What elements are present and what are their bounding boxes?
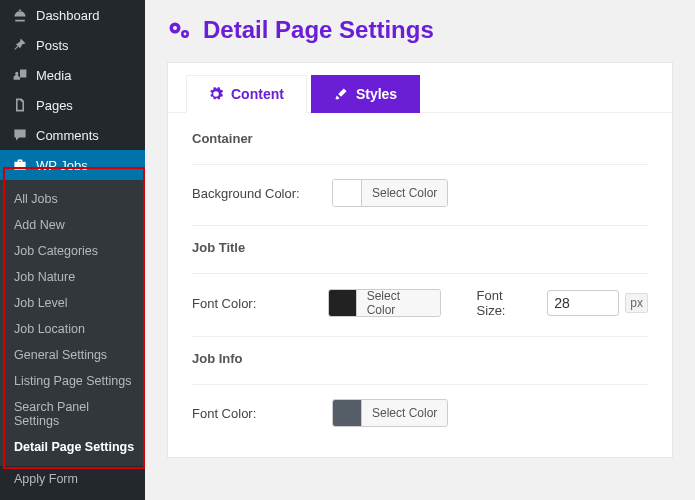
section-title-job-info: Job Info (192, 351, 648, 366)
settings-panel: Content Styles Container Background Colo… (167, 62, 673, 458)
label-background-color: Background Color: (192, 186, 332, 201)
pages-icon (10, 97, 30, 113)
sidebar-sub-job-level[interactable]: Job Level (0, 290, 145, 316)
select-color-button[interactable]: Select Color (362, 180, 447, 206)
sidebar-sub-add-new[interactable]: Add New (0, 212, 145, 238)
media-icon (10, 67, 30, 83)
sidebar-sub-listing-page-settings[interactable]: Listing Page Settings (0, 368, 145, 394)
sidebar-item-label: WP Jobs (36, 158, 88, 173)
sidebar-item-media[interactable]: Media (0, 60, 145, 90)
sidebar-item-label: Media (36, 68, 71, 83)
label-font-color: Font Color: (192, 406, 332, 421)
sidebar-item-wp-jobs[interactable]: WP Jobs (0, 150, 145, 180)
sidebar-sub-all-jobs[interactable]: All Jobs (0, 186, 145, 212)
sidebar-item-label: Dashboard (36, 8, 100, 23)
unit-px: px (625, 293, 648, 313)
main-content: Detail Page Settings Content Styles (145, 0, 695, 500)
background-color-picker[interactable]: Select Color (332, 179, 448, 207)
sidebar-sub-job-location[interactable]: Job Location (0, 316, 145, 342)
sidebar-item-posts[interactable]: Posts (0, 30, 145, 60)
comments-icon (10, 127, 30, 143)
svg-point-4 (184, 33, 187, 36)
briefcase-icon (10, 157, 30, 173)
sidebar-item-dashboard[interactable]: Dashboard (0, 0, 145, 30)
sidebar-item-pages[interactable]: Pages (0, 90, 145, 120)
label-font-color: Font Color: (192, 296, 328, 311)
font-size-input[interactable] (547, 290, 619, 316)
pin-icon (10, 37, 30, 53)
sidebar-sub-job-categories[interactable]: Job Categories (0, 238, 145, 264)
color-swatch (333, 180, 362, 206)
gear-icon (209, 87, 223, 101)
admin-sidebar: Dashboard Posts Media Pages (0, 0, 145, 500)
tab-styles[interactable]: Styles (311, 75, 420, 113)
page-title: Detail Page Settings (167, 16, 673, 44)
select-color-button[interactable]: Select Color (357, 290, 440, 316)
brush-icon (334, 87, 348, 101)
sidebar-sub-job-nature[interactable]: Job Nature (0, 264, 145, 290)
sidebar-item-label: Pages (36, 98, 73, 113)
color-swatch (329, 290, 357, 316)
sidebar-item-label: Comments (36, 128, 99, 143)
tab-content[interactable]: Content (186, 75, 307, 113)
section-title-container: Container (192, 131, 648, 146)
job-info-font-color-picker[interactable]: Select Color (332, 399, 448, 427)
sidebar-sub-detail-page-settings[interactable]: Detail Page Settings (0, 434, 145, 460)
sidebar-item-apply-form[interactable]: Apply Form (0, 466, 145, 492)
wp-jobs-submenu: All Jobs Add New Job Categories Job Natu… (0, 180, 145, 466)
select-color-button[interactable]: Select Color (362, 400, 447, 426)
label-font-size: Font Size: (477, 288, 534, 318)
tab-label: Content (231, 86, 284, 102)
color-swatch (333, 400, 362, 426)
sidebar-sub-search-panel-settings[interactable]: Search Panel Settings (0, 394, 145, 434)
sidebar-sub-general-settings[interactable]: General Settings (0, 342, 145, 368)
page-title-text: Detail Page Settings (203, 16, 434, 44)
tabs: Content Styles (168, 63, 672, 113)
sidebar-item-comments[interactable]: Comments (0, 120, 145, 150)
section-title-job-title: Job Title (192, 240, 648, 255)
job-title-font-color-picker[interactable]: Select Color (328, 289, 441, 317)
svg-point-2 (173, 26, 177, 30)
sidebar-item-label: Posts (36, 38, 69, 53)
dashboard-icon (10, 7, 30, 23)
tab-label: Styles (356, 86, 397, 102)
gears-icon (167, 19, 193, 41)
